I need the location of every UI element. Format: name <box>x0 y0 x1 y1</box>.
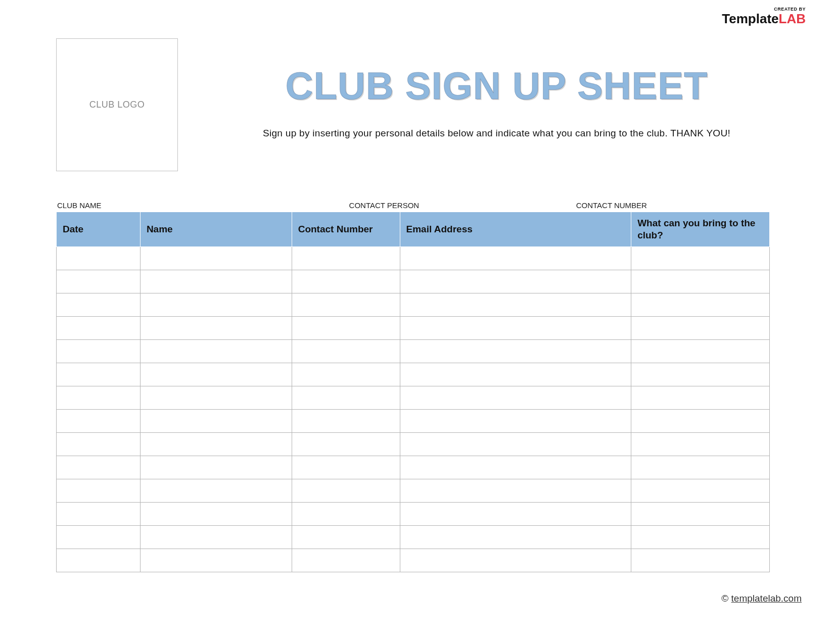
cell-name[interactable] <box>140 316 292 339</box>
cell-contact[interactable] <box>292 502 400 525</box>
club-logo-placeholder[interactable]: CLUB LOGO <box>56 38 178 171</box>
cell-email[interactable] <box>400 246 631 270</box>
cell-email[interactable] <box>400 456 631 479</box>
cell-name[interactable] <box>140 386 292 409</box>
cell-contact[interactable] <box>292 339 400 363</box>
cell-email[interactable] <box>400 339 631 363</box>
cell-bring[interactable] <box>631 432 770 456</box>
cell-date[interactable] <box>57 386 141 409</box>
cell-contact[interactable] <box>292 293 400 316</box>
meta-field-contact-number[interactable]: ________________________________________… <box>575 194 770 210</box>
cell-bring[interactable] <box>631 316 770 339</box>
table-row[interactable] <box>57 386 770 409</box>
cell-email[interactable] <box>400 525 631 549</box>
cell-email[interactable] <box>400 479 631 502</box>
table-row[interactable] <box>57 316 770 339</box>
table-row[interactable] <box>57 270 770 293</box>
table-row[interactable] <box>57 502 770 525</box>
cell-name[interactable] <box>140 549 292 572</box>
contact-number-label: CONTACT NUMBER <box>575 201 770 210</box>
table-row[interactable] <box>57 339 770 363</box>
cell-date[interactable] <box>57 246 141 270</box>
cell-date[interactable] <box>57 293 141 316</box>
cell-bring[interactable] <box>631 293 770 316</box>
cell-bring[interactable] <box>631 339 770 363</box>
blank-line: ________________________________________… <box>56 194 326 201</box>
table-row[interactable] <box>57 456 770 479</box>
cell-date[interactable] <box>57 270 141 293</box>
cell-name[interactable] <box>140 293 292 316</box>
cell-contact[interactable] <box>292 409 400 432</box>
cell-email[interactable] <box>400 270 631 293</box>
cell-date[interactable] <box>57 409 141 432</box>
cell-date[interactable] <box>57 479 141 502</box>
cell-name[interactable] <box>140 456 292 479</box>
cell-date[interactable] <box>57 502 141 525</box>
footer: © templatelab.com <box>721 593 802 604</box>
cell-contact[interactable] <box>292 246 400 270</box>
cell-name[interactable] <box>140 525 292 549</box>
cell-contact[interactable] <box>292 363 400 386</box>
cell-name[interactable] <box>140 363 292 386</box>
cell-date[interactable] <box>57 525 141 549</box>
cell-contact[interactable] <box>292 549 400 572</box>
cell-bring[interactable] <box>631 246 770 270</box>
table-row[interactable] <box>57 409 770 432</box>
col-header-bring: What can you bring to the club? <box>631 212 770 247</box>
col-header-name: Name <box>140 212 292 247</box>
copyright-symbol: © <box>721 593 728 604</box>
cell-bring[interactable] <box>631 549 770 572</box>
cell-email[interactable] <box>400 549 631 572</box>
table-row[interactable] <box>57 479 770 502</box>
cell-contact[interactable] <box>292 479 400 502</box>
brand-logo: CREATED BY TemplateLAB <box>722 7 806 25</box>
cell-contact[interactable] <box>292 525 400 549</box>
meta-field-contact-person[interactable]: ________________________________________… <box>348 194 553 210</box>
cell-bring[interactable] <box>631 409 770 432</box>
table-row[interactable] <box>57 432 770 456</box>
club-logo-label: CLUB LOGO <box>89 100 145 110</box>
footer-link[interactable]: templatelab.com <box>731 593 802 604</box>
col-header-contact: Contact Number <box>292 212 400 247</box>
table-row[interactable] <box>57 525 770 549</box>
cell-name[interactable] <box>140 502 292 525</box>
cell-name[interactable] <box>140 409 292 432</box>
cell-name[interactable] <box>140 339 292 363</box>
cell-bring[interactable] <box>631 479 770 502</box>
cell-date[interactable] <box>57 316 141 339</box>
cell-bring[interactable] <box>631 502 770 525</box>
cell-name[interactable] <box>140 270 292 293</box>
cell-bring[interactable] <box>631 363 770 386</box>
cell-date[interactable] <box>57 363 141 386</box>
cell-email[interactable] <box>400 502 631 525</box>
table-row[interactable] <box>57 549 770 572</box>
table-row[interactable] <box>57 293 770 316</box>
meta-field-club-name[interactable]: ________________________________________… <box>56 194 326 210</box>
cell-contact[interactable] <box>292 432 400 456</box>
cell-date[interactable] <box>57 432 141 456</box>
cell-contact[interactable] <box>292 456 400 479</box>
cell-email[interactable] <box>400 363 631 386</box>
cell-name[interactable] <box>140 246 292 270</box>
cell-contact[interactable] <box>292 270 400 293</box>
cell-date[interactable] <box>57 549 141 572</box>
cell-email[interactable] <box>400 293 631 316</box>
cell-contact[interactable] <box>292 386 400 409</box>
cell-bring[interactable] <box>631 525 770 549</box>
cell-email[interactable] <box>400 386 631 409</box>
cell-date[interactable] <box>57 456 141 479</box>
cell-email[interactable] <box>400 316 631 339</box>
cell-email[interactable] <box>400 409 631 432</box>
cell-bring[interactable] <box>631 270 770 293</box>
brand-name: TemplateLAB <box>722 12 806 25</box>
cell-name[interactable] <box>140 432 292 456</box>
col-header-email: Email Address <box>400 212 631 247</box>
cell-bring[interactable] <box>631 386 770 409</box>
table-row[interactable] <box>57 363 770 386</box>
cell-contact[interactable] <box>292 316 400 339</box>
cell-date[interactable] <box>57 339 141 363</box>
table-row[interactable] <box>57 246 770 270</box>
cell-bring[interactable] <box>631 456 770 479</box>
cell-name[interactable] <box>140 479 292 502</box>
cell-email[interactable] <box>400 432 631 456</box>
